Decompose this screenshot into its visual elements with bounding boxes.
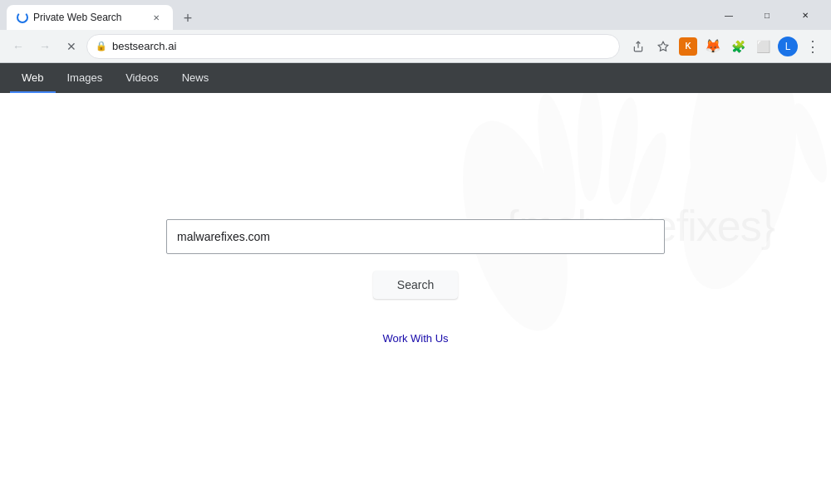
forward-button[interactable]: → <box>33 35 57 58</box>
search-input[interactable] <box>166 219 665 254</box>
maximize-button[interactable]: □ <box>748 2 786 28</box>
svg-point-5 <box>603 96 643 207</box>
svg-point-10 <box>763 93 799 169</box>
bookmark-button[interactable] <box>652 35 675 58</box>
ext4-icon: ⬜ <box>754 37 772 56</box>
nav-images[interactable]: Images <box>56 63 115 93</box>
tab-title: Private Web Search <box>33 12 145 23</box>
nav-videos[interactable]: Videos <box>114 63 170 93</box>
nav-web[interactable]: Web <box>10 63 56 93</box>
svg-point-7 <box>661 93 818 301</box>
main-content: {malwarefixes} Search Work With Us <box>0 93 831 504</box>
profile-button[interactable]: L <box>776 35 799 58</box>
lock-icon: 🔒 <box>96 41 107 51</box>
browser-menu-button[interactable]: ⋮ <box>801 35 824 58</box>
svg-point-11 <box>787 100 831 185</box>
search-button[interactable]: Search <box>373 271 458 299</box>
minimize-button[interactable]: — <box>710 2 748 28</box>
reload-button[interactable]: ✕ <box>60 35 83 58</box>
back-button[interactable]: ← <box>7 35 30 58</box>
close-button[interactable]: ✕ <box>786 2 824 28</box>
profile-avatar: L <box>778 37 798 56</box>
svg-marker-1 <box>658 42 668 51</box>
search-navigation: Web Images Videos News <box>0 63 831 93</box>
tab-loading-icon <box>17 12 28 23</box>
toolbar-icons: K 🦊 🧩 ⬜ L <box>627 35 824 58</box>
svg-point-3 <box>530 93 583 228</box>
ext2-icon: 🦊 <box>704 37 722 56</box>
ext3-button[interactable]: 🧩 <box>726 35 750 58</box>
ext3-icon: 🧩 <box>729 37 747 56</box>
ext2-button[interactable]: 🦊 <box>701 35 725 58</box>
work-with-us-link[interactable]: Work With Us <box>382 332 448 345</box>
active-tab[interactable]: Private Web Search ✕ <box>7 5 173 30</box>
svg-point-6 <box>623 129 674 223</box>
new-tab-button[interactable]: + <box>176 7 199 30</box>
svg-point-9 <box>735 93 760 164</box>
nav-news[interactable]: News <box>170 63 221 93</box>
svg-point-8 <box>683 93 730 178</box>
address-bar[interactable]: 🔒 bestsearch.ai <box>86 34 620 59</box>
tab-close-button[interactable]: ✕ <box>150 11 163 24</box>
ext1-icon: K <box>679 37 697 56</box>
svg-point-4 <box>578 93 602 201</box>
search-form: Search <box>166 219 665 299</box>
navigation-bar: ← → ✕ 🔒 bestsearch.ai K 🦊 <box>0 30 831 63</box>
address-text: bestsearch.ai <box>112 40 611 52</box>
ext1-button[interactable]: K <box>676 35 700 58</box>
share-button[interactable] <box>627 35 650 58</box>
window-controls: — □ ✕ <box>710 2 824 28</box>
ext4-button[interactable]: ⬜ <box>751 35 774 58</box>
